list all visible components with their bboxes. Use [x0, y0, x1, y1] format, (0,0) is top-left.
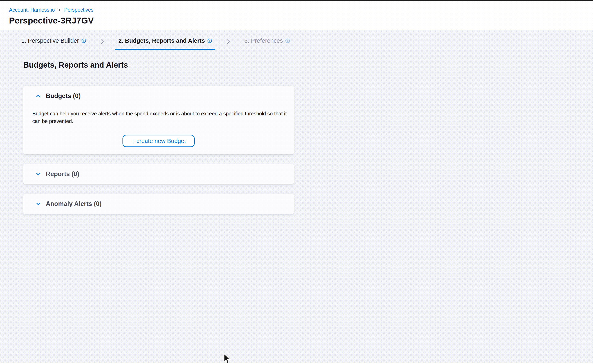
chevron-up-icon[interactable] [35, 93, 41, 99]
content-area: 1. Perspective Builder 2. Budgets, Repor… [0, 30, 593, 363]
chevron-down-icon[interactable] [35, 171, 41, 177]
cards-list: Budgets (0) Budget can help you receive … [23, 86, 294, 214]
page-header: Account: Harness.io Perspectives Perspec… [0, 0, 593, 30]
tab-preferences-label: 3. Preferences [244, 37, 283, 44]
info-icon[interactable] [285, 39, 290, 43]
create-new-budget-button[interactable]: + create new Budget [122, 135, 195, 147]
section-heading: Budgets, Reports and Alerts [23, 61, 593, 69]
breadcrumb-perspectives-link[interactable]: Perspectives [64, 7, 93, 13]
step-separator-icon [225, 36, 231, 45]
reports-card-title: Reports (0) [46, 170, 79, 178]
budgets-card: Budgets (0) Budget can help you receive … [23, 86, 294, 154]
window-top-edge [0, 0, 593, 1]
chevron-down-icon[interactable] [35, 201, 41, 207]
anomaly-alerts-card-header[interactable]: Anomaly Alerts (0) [23, 194, 294, 214]
breadcrumb-account-link[interactable]: Account: Harness.io [9, 7, 55, 13]
budgets-description: Budget can help you receive alerts when … [32, 110, 288, 125]
tab-perspective-builder-label: 1. Perspective Builder [21, 37, 79, 44]
tab-perspective-builder[interactable]: 1. Perspective Builder [18, 36, 89, 49]
page-title: Perspective-3RJ7GV [9, 16, 593, 26]
tab-budgets-reports-alerts[interactable]: 2. Budgets, Reports and Alerts [115, 36, 215, 50]
budgets-card-header[interactable]: Budgets (0) [23, 86, 294, 100]
step-separator-icon [99, 36, 105, 45]
info-icon[interactable] [207, 39, 212, 43]
reports-card: Reports (0) [23, 164, 294, 184]
tab-budgets-reports-alerts-label: 2. Budgets, Reports and Alerts [118, 37, 205, 44]
anomaly-alerts-card-title: Anomaly Alerts (0) [46, 200, 102, 208]
mouse-cursor [223, 353, 232, 364]
info-icon[interactable] [81, 39, 86, 43]
breadcrumb-separator-icon [58, 8, 61, 12]
anomaly-alerts-card: Anomaly Alerts (0) [23, 194, 294, 214]
budgets-card-title: Budgets (0) [46, 92, 81, 100]
breadcrumb: Account: Harness.io Perspectives [9, 7, 593, 13]
reports-card-header[interactable]: Reports (0) [23, 164, 294, 184]
budgets-button-row: + create new Budget [23, 135, 294, 147]
tab-preferences[interactable]: 3. Preferences [241, 36, 293, 49]
wizard-steps: 1. Perspective Builder 2. Budgets, Repor… [18, 36, 593, 50]
